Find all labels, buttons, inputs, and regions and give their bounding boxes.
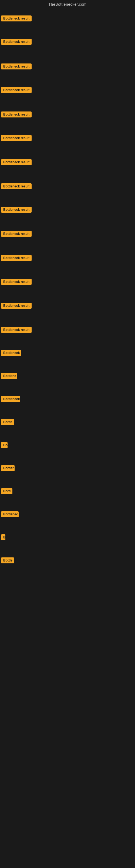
result-row-8: Bottleneck result: [1, 183, 32, 190]
result-row-16: Bottlene: [1, 373, 17, 380]
bottleneck-badge-22[interactable]: Bottlenec: [1, 511, 18, 517]
bottleneck-badge-3[interactable]: Bottleneck result: [1, 63, 32, 69]
result-row-15: Bottleneck r: [1, 350, 21, 357]
bottleneck-badge-6[interactable]: Bottleneck result: [1, 135, 32, 141]
bottleneck-badge-10[interactable]: Bottleneck result: [1, 231, 32, 237]
bottleneck-badge-17[interactable]: Bottleneck: [1, 396, 20, 402]
bottleneck-badge-23[interactable]: B: [1, 534, 5, 540]
bottleneck-badge-5[interactable]: Bottleneck result: [1, 112, 32, 118]
bottleneck-badge-24[interactable]: Bottle: [1, 557, 14, 563]
bottleneck-badge-8[interactable]: Bottleneck result: [1, 183, 32, 189]
result-row-11: Bottleneck result: [1, 255, 32, 262]
bottleneck-badge-15[interactable]: Bottleneck r: [1, 350, 21, 356]
result-row-14: Bottleneck result: [1, 327, 32, 334]
result-row-9: Bottleneck result: [1, 207, 32, 214]
result-row-7: Bottleneck result: [1, 159, 32, 166]
result-row-20: Bottler: [1, 465, 14, 472]
result-row-22: Bottlenec: [1, 511, 18, 518]
result-row-21: Bottl: [1, 488, 12, 495]
bottleneck-badge-21[interactable]: Bottl: [1, 488, 12, 494]
result-row-13: Bottleneck result: [1, 303, 32, 310]
bottleneck-badge-7[interactable]: Bottleneck result: [1, 159, 32, 165]
bottleneck-badge-2[interactable]: Bottleneck result: [1, 39, 32, 45]
bottleneck-badge-1[interactable]: Bottleneck result: [1, 16, 32, 22]
bottleneck-badge-9[interactable]: Bottleneck result: [1, 207, 32, 213]
result-row-3: Bottleneck result: [1, 63, 32, 70]
bottleneck-badge-12[interactable]: Bottleneck result: [1, 279, 32, 285]
bottleneck-badge-20[interactable]: Bottler: [1, 465, 14, 471]
result-row-2: Bottleneck result: [1, 39, 32, 46]
result-row-4: Bottleneck result: [1, 87, 32, 94]
site-header: TheBottlenecker.com: [0, 0, 135, 9]
result-row-12: Bottleneck result: [1, 279, 32, 286]
bottleneck-badge-19[interactable]: Bo: [1, 442, 8, 448]
result-row-5: Bottleneck result: [1, 112, 32, 119]
site-title: TheBottlenecker.com: [48, 2, 86, 6]
result-row-24: Bottle: [1, 557, 14, 564]
bottleneck-badge-11[interactable]: Bottleneck result: [1, 255, 32, 261]
result-row-6: Bottleneck result: [1, 135, 32, 142]
result-row-23: B: [1, 534, 5, 541]
bottleneck-badge-4[interactable]: Bottleneck result: [1, 87, 32, 93]
result-row-1: Bottleneck result: [1, 16, 32, 23]
bottleneck-badge-14[interactable]: Bottleneck result: [1, 327, 32, 333]
result-row-10: Bottleneck result: [1, 231, 32, 238]
bottleneck-badge-18[interactable]: Bottle: [1, 419, 14, 425]
result-row-18: Bottle: [1, 419, 14, 426]
result-row-17: Bottleneck: [1, 396, 20, 403]
result-row-19: Bo: [1, 442, 8, 449]
page-wrapper: TheBottlenecker.com Bottleneck resultBot…: [0, 0, 135, 868]
bottleneck-badge-16[interactable]: Bottlene: [1, 373, 17, 379]
bottleneck-badge-13[interactable]: Bottleneck result: [1, 303, 32, 309]
